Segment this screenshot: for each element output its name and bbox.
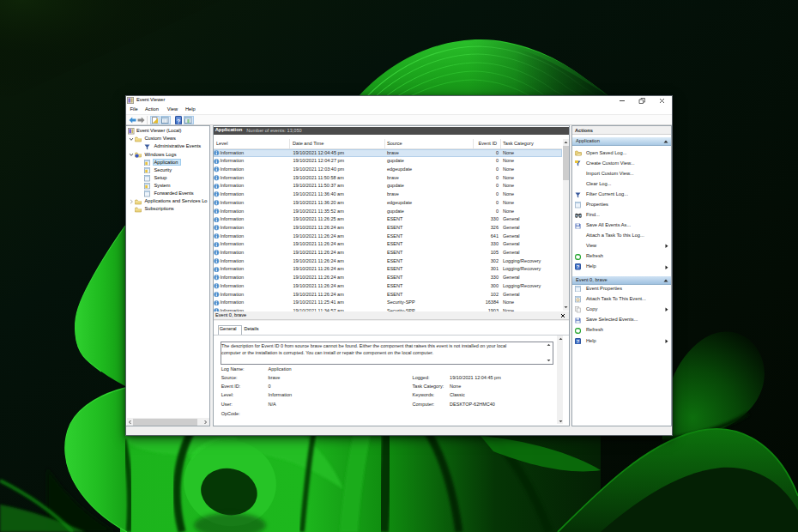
- svg-text:?: ?: [177, 118, 180, 124]
